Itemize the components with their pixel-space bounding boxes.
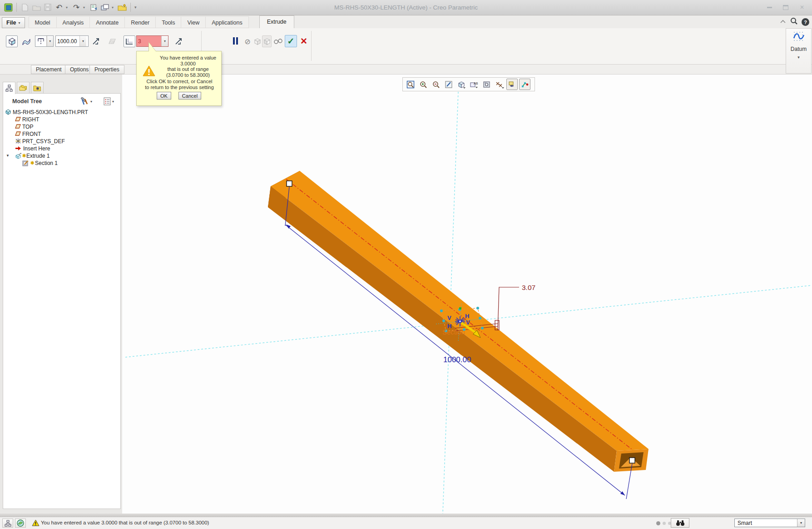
tree-filters-button[interactable]: ▾ [104, 97, 114, 105]
extrude-as-solid-button[interactable] [6, 35, 18, 47]
remove-material-icon [107, 38, 116, 45]
list-icon [104, 97, 111, 105]
saved-orientations-button[interactable]: AB [468, 79, 480, 90]
zoom-out-button[interactable] [430, 79, 441, 90]
tree-row-part[interactable]: MS-RHS-50X30-LENGTH.PRT [3, 109, 120, 116]
status-message: You have entered a value 3.0000 that is … [41, 520, 209, 525]
model-tree-tab[interactable] [3, 82, 15, 94]
flip-arrows-icon [92, 37, 100, 45]
tree-row-extrude1[interactable]: ▼ ✱ Extrude 1 [3, 152, 120, 160]
repaint-button[interactable] [443, 79, 454, 90]
depth-value-input[interactable] [56, 36, 79, 46]
datum-plane-icon [15, 116, 21, 124]
minimize-button[interactable] [766, 4, 773, 10]
collapse-ribbon-icon[interactable] [779, 18, 787, 26]
tab-placement[interactable]: Placement [31, 65, 67, 74]
popup-line2: 3.0000 [157, 61, 219, 67]
web-browser-icon [17, 519, 24, 527]
tree-filters-dropdown-icon: ▾ [112, 100, 114, 104]
surface-quilt-icon [22, 38, 31, 45]
tab-annotate[interactable]: Annotate [89, 16, 125, 28]
annotation-display-button[interactable] [506, 79, 518, 90]
thicken-sketch-button[interactable] [124, 35, 135, 47]
pending-feature-star-icon: ✱ [22, 152, 26, 160]
tree-row-front-plane[interactable]: FRONT [3, 130, 120, 138]
toggle-navigator-button[interactable] [2, 519, 13, 528]
svg-text:✱: ✱ [36, 86, 40, 91]
tree-row-right-plane[interactable]: RIGHT [3, 116, 120, 123]
popup-message-lower: Click OK to correct, or Cancel to return… [139, 79, 219, 90]
zoom-in-button[interactable] [417, 79, 429, 90]
pause-icon[interactable] [233, 37, 238, 45]
graphics-area[interactable] [122, 75, 812, 514]
verify-unattached-icon[interactable] [253, 35, 262, 47]
search-icon[interactable] [790, 17, 798, 27]
file-menu-label: File [6, 20, 16, 26]
maximize-button[interactable] [782, 4, 789, 10]
tab-extrude-active[interactable]: Extrude [259, 15, 294, 28]
tree-row-csys[interactable]: PRT_CSYS_DEF [3, 138, 120, 145]
preview-glasses-icon[interactable] [273, 35, 283, 47]
tree-settings-button[interactable]: ▾ [80, 97, 92, 105]
collapse-triangle-icon[interactable]: ▼ [6, 152, 10, 160]
cancel-button[interactable]: Cancel [178, 92, 201, 100]
file-menu-button[interactable]: File ▾ [2, 17, 25, 28]
pending-feature-star-icon: ✱ [30, 160, 34, 167]
tree-label: Section 1 [35, 160, 58, 167]
tree-row-section1[interactable]: ✱ Section 1 [3, 160, 120, 167]
ribbon-tab-bar: File ▾ Model Analysis Annotate Render To… [0, 15, 812, 28]
spin-center-button[interactable] [519, 79, 530, 90]
find-button[interactable] [671, 518, 689, 528]
popup-line5: Click OK to correct, or Cancel [139, 79, 219, 85]
close-button[interactable]: ✕ [798, 4, 806, 10]
flip-thicken-side-button[interactable] [173, 35, 183, 47]
depth-type-blind-icon[interactable] [35, 36, 47, 46]
display-style-button[interactable] [456, 79, 467, 90]
no-preview-icon[interactable]: ⊘ [243, 35, 252, 47]
selection-filter-dropdown[interactable]: Smart ▾ [734, 519, 805, 527]
tree-row-top-plane[interactable]: TOP [3, 123, 120, 130]
tab-view[interactable]: View [181, 16, 206, 28]
tab-tools[interactable]: Tools [155, 16, 181, 28]
depth-type-dropdown-icon[interactable]: ▾ [47, 36, 53, 46]
flip-depth-direction-button[interactable] [91, 35, 101, 47]
toggle-browser-button[interactable] [15, 519, 26, 528]
file-dropdown-icon: ▾ [19, 21, 20, 25]
tree-label: Insert Here [23, 145, 50, 152]
datum-display-filters-button[interactable] [494, 79, 505, 90]
extrude-as-surface-button[interactable] [20, 35, 32, 47]
tab-model[interactable]: Model [29, 16, 57, 28]
tab-analysis[interactable]: Analysis [56, 16, 90, 28]
tree-label: PRT_CSYS_DEF [22, 138, 65, 145]
tree-row-insert-here[interactable]: Insert Here [3, 145, 120, 152]
warning-triangle-icon [143, 65, 155, 77]
navigator-tabs: ✱ [3, 82, 44, 94]
sketch-icon [22, 160, 29, 167]
view-manager-button[interactable] [481, 79, 492, 90]
tree-label: FRONT [22, 130, 41, 138]
verify-attached-icon[interactable] [262, 35, 272, 47]
depth-type-combo: ▾ [35, 35, 54, 47]
csys-icon [15, 138, 22, 145]
selection-filter-arrow-icon[interactable]: ▾ [797, 519, 805, 527]
depth-value-dropdown-icon[interactable]: ▾ [79, 36, 86, 46]
datum-group-dropdown-icon: ▾ [786, 55, 811, 60]
tree-label: MS-RHS-50X30-LENGTH.PRT [13, 109, 88, 116]
popup-line1: You have entered a value [157, 55, 219, 61]
cancel-feature-button[interactable]: ✕ [298, 35, 310, 47]
binoculars-icon [676, 520, 685, 526]
tab-properties[interactable]: Properties [89, 65, 124, 74]
thickness-dropdown-icon[interactable]: ▾ [161, 36, 168, 46]
datum-group-button[interactable]: Datum ▾ [786, 28, 812, 74]
folder-browser-tab[interactable] [17, 82, 30, 93]
tab-applications[interactable]: Applications [205, 16, 248, 28]
ok-button[interactable]: OK [157, 92, 171, 100]
remove-material-button[interactable] [106, 35, 118, 47]
popup-line6: to return to the previous setting [139, 85, 219, 90]
help-icon[interactable]: ? [802, 18, 809, 26]
tab-render[interactable]: Render [124, 16, 156, 28]
accept-feature-button[interactable]: ✓ [285, 35, 297, 47]
refit-button[interactable] [405, 79, 416, 90]
status-bar: You have entered a value 3.0000 that is … [0, 517, 812, 529]
favorites-tab[interactable]: ✱ [31, 82, 44, 93]
